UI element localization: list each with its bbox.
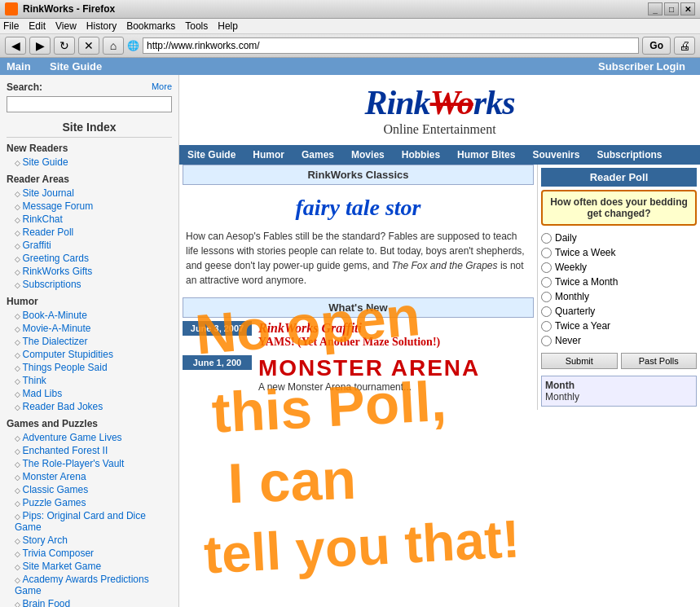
article-italic: The Fox and the Grapes <box>391 260 497 271</box>
poll-option-twice-month-label: Twice a Month <box>555 276 618 288</box>
news-headline-1: YAMS! (Yet Another Maze Solution!) <box>258 336 534 349</box>
sidebar-item-message-forum[interactable]: Message Forum <box>7 200 172 213</box>
address-input[interactable] <box>143 37 639 54</box>
poll-option-twice-week[interactable]: Twice a Week <box>541 245 697 260</box>
sidebar-item-rinkchat[interactable]: RinkChat <box>7 213 172 226</box>
nav-souvenirs[interactable]: Souvenirs <box>524 145 588 165</box>
sidebar-item-things-people-said[interactable]: Things People Said <box>7 361 172 374</box>
whats-new-title: What's New <box>183 297 534 318</box>
nav-humor[interactable]: Humor <box>244 145 293 165</box>
go-button[interactable]: Go <box>642 37 671 55</box>
poll-option-quarterly-label: Quarterly <box>555 306 595 317</box>
minimize-button[interactable]: _ <box>648 2 663 15</box>
content-area: RinkWorks Classics fairy tale stor How c… <box>179 165 700 410</box>
menu-tools[interactable]: Tools <box>185 20 208 32</box>
sidebar-item-puzzle-games[interactable]: Puzzle Games <box>7 496 172 509</box>
close-button[interactable]: ✕ <box>680 2 695 15</box>
sidebar-item-pips[interactable]: Pips: Original Card and Dice Game <box>7 509 172 534</box>
sidebar-item-movie-a-minute[interactable]: Movie-A-Minute <box>7 322 172 335</box>
address-bar: 🌐 Go <box>127 37 671 55</box>
sidebar-item-brain-food[interactable]: Brain Food <box>7 597 172 607</box>
poll-option-quarterly[interactable]: Quarterly <box>541 304 697 319</box>
forward-button[interactable]: ▶ <box>29 37 51 55</box>
sidebar-item-greeting-cards[interactable]: Greeting Cards <box>7 252 172 265</box>
article-text: How can Aesop's Fables still be the stan… <box>183 226 534 291</box>
back-button[interactable]: ◀ <box>5 37 26 55</box>
svg-text:tell you that!: tell you that! <box>203 508 522 584</box>
site-guide-nav-link[interactable]: Site Guide <box>50 60 102 73</box>
poll-title: Reader Poll <box>541 168 697 187</box>
sidebar-item-roleplayer-vault[interactable]: The Role-Player's Vault <box>7 457 172 470</box>
fairy-title: fairy tale stor <box>183 190 534 226</box>
sidebar-item-graffiti[interactable]: Graffiti <box>7 239 172 252</box>
nav-site-guide[interactable]: Site Guide <box>179 145 244 165</box>
poll-option-monthly[interactable]: Monthly <box>541 289 697 304</box>
nav-movies[interactable]: Movies <box>343 145 393 165</box>
menu-bar: File Edit View History Bookmarks Tools H… <box>0 19 700 34</box>
sidebar-item-classic-games[interactable]: Classic Games <box>7 483 172 496</box>
browser-title: RinkWorks - Firefox <box>23 3 115 15</box>
sidebar-item-book-a-minute[interactable]: Book-A-Minute <box>7 309 172 322</box>
toolbar: ◀ ▶ ↻ ✕ ⌂ 🌐 Go 🖨 <box>0 34 700 58</box>
nav-subscriptions[interactable]: Subscriptions <box>588 145 670 165</box>
poll-question: How often does your bedding get changed? <box>541 190 697 226</box>
sidebar-item-mad-libs[interactable]: Mad Libs <box>7 387 172 400</box>
sidebar-item-reader-bad-jokes[interactable]: Reader Bad Jokes <box>7 400 172 413</box>
home-button[interactable]: ⌂ <box>103 37 124 55</box>
monthly-label: Monthly <box>545 391 693 402</box>
poll-option-twice-month[interactable]: Twice a Month <box>541 275 697 289</box>
sidebar-item-adventure-game[interactable]: Adventure Game Lives <box>7 431 172 444</box>
poll-option-weekly[interactable]: Weekly <box>541 260 697 275</box>
nav-hobbies[interactable]: Hobbies <box>394 145 448 165</box>
sidebar-item-story-arch[interactable]: Story Arch <box>7 534 172 547</box>
stop-button[interactable]: ✕ <box>78 37 99 55</box>
sidebar-item-reader-poll[interactable]: Reader Poll <box>7 226 172 239</box>
sidebar-item-academy-awards[interactable]: Academy Awards Predictions Game <box>7 573 172 597</box>
poll-past-button[interactable]: Past Polls <box>621 353 698 369</box>
search-label: Search: <box>7 81 42 93</box>
sidebar-item-site-journal[interactable]: Site Journal <box>7 187 172 200</box>
search-input[interactable] <box>7 96 172 112</box>
poll-buttons: Submit Past Polls <box>541 353 697 369</box>
sidebar-item-site-market[interactable]: Site Market Game <box>7 560 172 573</box>
search-section: Search: More <box>7 81 172 112</box>
poll-option-never[interactable]: Never <box>541 333 697 348</box>
sidebar-item-monster-arena[interactable]: Monster Arena <box>7 470 172 483</box>
poll-option-twice-year[interactable]: Twice a Year <box>541 319 697 333</box>
news-content-1: RinkWorks Graffiti YAMS! (Yet Another Ma… <box>258 321 534 349</box>
main-content: RinkWorks Online Entertainment Site Guid… <box>179 75 700 607</box>
nav-games[interactable]: Games <box>293 145 342 165</box>
search-more-link[interactable]: More <box>152 81 172 91</box>
sidebar-section-humor: Humor <box>7 296 172 307</box>
sidebar-item-think[interactable]: Think <box>7 374 172 387</box>
news-logo-1: RinkWorks Graffiti <box>258 321 534 336</box>
sidebar-item-computer-stupidities[interactable]: Computer Stupidities <box>7 348 172 361</box>
window-buttons[interactable]: _ □ ✕ <box>648 2 695 15</box>
subscriber-login-link[interactable]: Subscriber Login <box>598 60 685 73</box>
poll-option-never-label: Never <box>555 335 581 346</box>
sidebar-item-rinkworks-gifts[interactable]: RinkWorks Gifts <box>7 265 172 278</box>
menu-help[interactable]: Help <box>218 20 238 32</box>
print-button[interactable]: 🖨 <box>674 37 695 55</box>
sidebar-item-enchanted-forest[interactable]: Enchanted Forest II <box>7 444 172 457</box>
sidebar-item-trivia-composer[interactable]: Trivia Composer <box>7 547 172 560</box>
poll-option-weekly-label: Weekly <box>555 262 587 273</box>
menu-file[interactable]: File <box>3 20 19 32</box>
sidebar: Search: More Site Index New Readers Site… <box>0 75 179 607</box>
menu-history[interactable]: History <box>86 20 117 32</box>
maximize-button[interactable]: □ <box>664 2 679 15</box>
menu-view[interactable]: View <box>55 20 77 32</box>
poll-option-twice-week-label: Twice a Week <box>555 247 615 258</box>
sidebar-section-reader-areas: Reader Areas <box>7 174 172 185</box>
refresh-button[interactable]: ↻ <box>54 37 75 55</box>
menu-edit[interactable]: Edit <box>29 20 46 32</box>
sidebar-item-dialectizer[interactable]: The Dialectizer <box>7 335 172 348</box>
main-nav-link[interactable]: Main <box>7 60 31 73</box>
poll-option-daily[interactable]: Daily <box>541 231 697 245</box>
poll-submit-button[interactable]: Submit <box>541 353 618 369</box>
nav-humor-bites[interactable]: Humor Bites <box>449 145 523 165</box>
poll-option-monthly-label: Monthly <box>555 291 589 302</box>
sidebar-item-subscriptions[interactable]: Subscriptions <box>7 278 172 291</box>
sidebar-item-site-guide[interactable]: Site Guide <box>7 156 172 169</box>
menu-bookmarks[interactable]: Bookmarks <box>126 20 175 32</box>
